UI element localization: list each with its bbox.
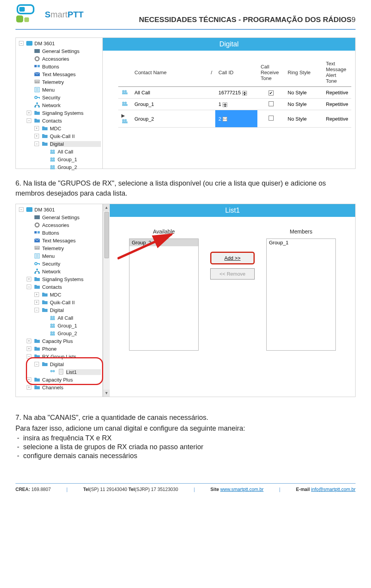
tree-item[interactable]: Group_1 bbox=[16, 155, 102, 163]
cell-call-id[interactable]: 16777215▲▼ bbox=[215, 87, 257, 99]
tree-item[interactable]: Network bbox=[16, 101, 102, 109]
tree-item[interactable]: 101Telemetry bbox=[16, 244, 102, 252]
tree-item[interactable]: Menu bbox=[16, 252, 102, 260]
table-row[interactable]: Group_11▲▼No StyleRepetitive bbox=[118, 99, 351, 110]
tree-item[interactable]: −Contacts bbox=[16, 283, 102, 291]
tree-item[interactable]: Accessories bbox=[16, 55, 102, 63]
list-item[interactable]: Group_1 bbox=[267, 239, 335, 246]
col-text-msg-tone[interactable]: Text Message Alert Tone bbox=[323, 58, 351, 87]
tree-item[interactable]: +Capacity Plus bbox=[16, 376, 102, 383]
tree-root[interactable]: −DM 3601 bbox=[16, 39, 102, 47]
scroll-thumb[interactable] bbox=[104, 212, 109, 258]
members-listbox[interactable]: Group_1 bbox=[266, 239, 336, 351]
tree-item[interactable]: All Call bbox=[16, 314, 102, 322]
table-row[interactable]: All Call16777215▲▼✔No StyleRepetitive bbox=[118, 87, 351, 99]
expand-icon[interactable]: − bbox=[34, 308, 39, 312]
spinner[interactable]: ▲▼ bbox=[223, 117, 227, 121]
tree-item[interactable]: −Digital bbox=[16, 306, 102, 314]
tree-item[interactable]: +Quik-Call II bbox=[16, 298, 102, 306]
tree-item[interactable]: +Signaling Systems bbox=[16, 275, 102, 283]
expand-icon[interactable]: − bbox=[34, 141, 39, 146]
collapse-icon[interactable]: − bbox=[19, 41, 24, 46]
cell-crt[interactable]: ✔ bbox=[257, 87, 284, 99]
email-link[interactable]: info@smartptt.com.br bbox=[311, 487, 356, 492]
expand-icon[interactable]: + bbox=[34, 126, 39, 131]
cell-contact-name[interactable]: Group_1 bbox=[131, 99, 208, 110]
expand-icon[interactable]: − bbox=[27, 285, 31, 289]
cell-call-id[interactable]: 1▲▼ bbox=[215, 99, 257, 110]
tree-root[interactable]: −DM 3601 bbox=[16, 206, 102, 213]
cell-contact-name[interactable]: All Call bbox=[131, 87, 208, 99]
expand-icon[interactable]: + bbox=[27, 111, 31, 115]
tree-item[interactable]: 101Telemetry bbox=[16, 78, 102, 86]
checkbox[interactable] bbox=[269, 116, 274, 121]
expand-icon[interactable]: − bbox=[27, 118, 31, 123]
cell-tone[interactable]: Repetitive bbox=[323, 87, 351, 99]
spinner[interactable]: ▲▼ bbox=[223, 102, 227, 107]
tree-item[interactable]: Group_1 bbox=[16, 322, 102, 329]
add-button[interactable]: Add >> bbox=[210, 252, 255, 264]
expand-icon[interactable]: + bbox=[27, 277, 31, 281]
tree-scrollbar[interactable]: ▲ ▼ bbox=[103, 204, 110, 397]
tree-item[interactable]: Network bbox=[16, 268, 102, 275]
cell-crt[interactable] bbox=[257, 110, 284, 128]
tree-item[interactable]: +MDC bbox=[16, 291, 102, 298]
tree-item[interactable]: +MDC bbox=[16, 124, 102, 132]
expand-icon[interactable]: + bbox=[27, 346, 31, 351]
expand-icon[interactable]: + bbox=[34, 134, 39, 138]
expand-icon[interactable]: + bbox=[34, 300, 39, 305]
tree-item[interactable]: +Signaling Systems bbox=[16, 109, 102, 117]
cell-ring-style[interactable]: No Style bbox=[284, 99, 323, 110]
tree-item[interactable]: Group_2 bbox=[16, 329, 102, 337]
col-ring-style[interactable]: Ring Style bbox=[284, 58, 323, 87]
tree-item[interactable]: Menu bbox=[16, 86, 102, 94]
cell-call-id[interactable]: 2▲▼ bbox=[215, 110, 257, 128]
col-call-receive-tone[interactable]: Call Receive Tone bbox=[257, 58, 284, 87]
col-call-id[interactable]: Call ID bbox=[215, 58, 257, 87]
expand-icon[interactable]: − bbox=[27, 354, 31, 359]
tree-item[interactable]: Accessories bbox=[16, 221, 102, 229]
tree-item[interactable]: +Channels bbox=[16, 383, 102, 391]
available-listbox[interactable]: Group_2 bbox=[129, 239, 199, 351]
tree-item[interactable]: Group_2 bbox=[16, 163, 102, 171]
cell-tone[interactable]: Repetitive bbox=[323, 110, 351, 128]
scroll-up-icon[interactable]: ▲ bbox=[103, 204, 110, 211]
cell-contact-name[interactable]: Group_2 bbox=[131, 110, 208, 128]
tree-item[interactable]: Text Messages bbox=[16, 70, 102, 78]
site-link[interactable]: www.smartptt.com.br bbox=[220, 487, 264, 492]
table-row[interactable]: ▶Group_22▲▼No StyleRepetitive bbox=[118, 110, 351, 128]
remove-button[interactable]: << Remove bbox=[210, 268, 255, 280]
tree-item[interactable]: Buttons bbox=[16, 63, 102, 70]
tree-item[interactable]: +Quik-Call II bbox=[16, 132, 102, 140]
tree-item[interactable]: General Settings bbox=[16, 213, 102, 221]
expand-icon[interactable]: + bbox=[34, 292, 39, 297]
tree-item[interactable]: −Digital bbox=[16, 360, 102, 368]
tree-item[interactable]: −Digital bbox=[16, 140, 102, 148]
tree-item[interactable]: All Call bbox=[16, 148, 102, 155]
spinner[interactable]: ▲▼ bbox=[242, 91, 247, 95]
expand-icon[interactable]: + bbox=[27, 339, 31, 343]
col-sort[interactable]: / bbox=[208, 58, 215, 87]
tree-item[interactable]: Text Messages bbox=[16, 237, 102, 244]
tree-item[interactable]: General Settings bbox=[16, 47, 102, 55]
tree-item[interactable]: +Capacity Plus bbox=[16, 337, 102, 345]
col-contact-name[interactable]: Contact Name bbox=[131, 58, 208, 87]
list-item[interactable]: Group_2 bbox=[129, 239, 198, 246]
scroll-down-icon[interactable]: ▼ bbox=[103, 390, 110, 397]
cell-crt[interactable] bbox=[257, 99, 284, 110]
tree-item[interactable]: Security bbox=[16, 94, 102, 101]
tree-item[interactable]: Security bbox=[16, 260, 102, 268]
cell-ring-style[interactable]: No Style bbox=[284, 110, 323, 128]
collapse-icon[interactable]: − bbox=[19, 207, 24, 212]
tree-item[interactable]: −RX Group Lists bbox=[16, 353, 102, 360]
collapse-icon[interactable]: − bbox=[34, 362, 39, 366]
tree-item[interactable]: −Contacts bbox=[16, 117, 102, 124]
tree-item[interactable]: List1 bbox=[16, 368, 102, 376]
tree-item[interactable]: Buttons bbox=[16, 229, 102, 237]
expand-icon[interactable]: + bbox=[27, 377, 31, 382]
tree-item[interactable]: +Phone bbox=[16, 345, 102, 353]
checkbox[interactable] bbox=[269, 101, 274, 106]
cell-tone[interactable]: Repetitive bbox=[323, 99, 351, 110]
expand-icon[interactable]: + bbox=[27, 385, 31, 390]
checkbox[interactable]: ✔ bbox=[269, 90, 274, 95]
